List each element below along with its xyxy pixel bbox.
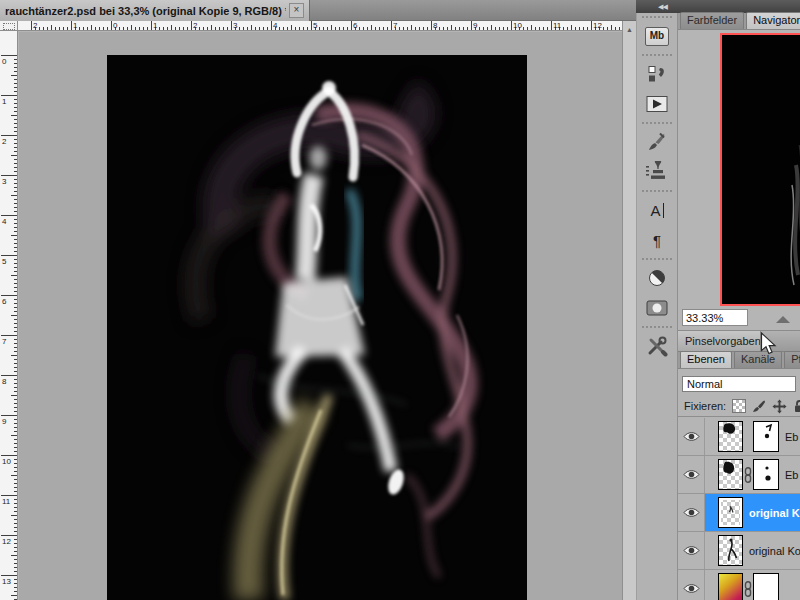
lock-options-row: Fixieren:: [678, 396, 800, 417]
lock-transparency-button[interactable]: [732, 399, 746, 413]
navigator-zoom-slider[interactable]: [776, 316, 790, 323]
clone-source-panel-button[interactable]: [637, 157, 677, 187]
blend-mode-value: Normal: [687, 378, 722, 390]
layer-name: original K: [749, 507, 800, 519]
ruler-origin-box[interactable]: [0, 21, 18, 31]
top-ruler: 210123456789101112: [18, 21, 622, 31]
document-tab[interactable]: rauchtänzer2.psd bei 33,3% (original Kop…: [0, 0, 310, 21]
dock-group-separator: [642, 258, 672, 260]
padlock-icon: [793, 399, 800, 413]
layer-visibility-toggle[interactable]: [678, 570, 705, 600]
eye-icon: [682, 582, 701, 595]
panel-area: Farbfelder Navigator Pinselvorgaben Eben…: [678, 13, 800, 600]
brush-presets-header[interactable]: Pinselvorgaben: [678, 330, 800, 352]
layer-name: original Ko: [749, 545, 800, 557]
tools-icon: [646, 335, 668, 357]
brush-panel-button[interactable]: [637, 127, 677, 157]
lock-brush-icon: [752, 399, 766, 413]
layer-name: Eb: [785, 431, 798, 443]
layer-name: Eb: [785, 469, 798, 481]
mask-link-icon[interactable]: [743, 459, 753, 491]
layer-list: Eb Eb: [678, 418, 800, 600]
lock-label: Fixieren:: [684, 400, 726, 412]
dock-group-separator: [642, 122, 672, 124]
adjustments-panel-button[interactable]: [637, 263, 677, 293]
tool-presets-panel-button[interactable]: [637, 331, 677, 361]
dock-group-separator: [642, 16, 672, 18]
character-icon: A: [650, 202, 663, 219]
paragraph-panel-button[interactable]: ¶: [637, 225, 677, 255]
layer-thumbnail[interactable]: [718, 497, 743, 528]
dock-group-separator: [642, 326, 672, 328]
move-icon: [772, 399, 787, 414]
eye-icon: [682, 506, 701, 519]
layer-comps-panel-button[interactable]: [637, 59, 677, 89]
dock-group-separator: [642, 54, 672, 56]
mini-bridge-panel-button[interactable]: Mb: [637, 21, 677, 51]
navigator-preview[interactable]: [720, 33, 800, 306]
navigator-thumbnail: [722, 35, 800, 304]
blend-mode-select[interactable]: Normal: [682, 376, 796, 392]
actions-panel-button[interactable]: [637, 89, 677, 119]
lock-all-button[interactable]: [793, 399, 800, 413]
dock-group-separator: [642, 190, 672, 192]
adjustments-icon: [647, 268, 667, 288]
play-icon: [645, 94, 669, 114]
lock-pixels-button[interactable]: [752, 399, 766, 413]
character-panel-button[interactable]: A: [637, 195, 677, 225]
brush-icon: [646, 131, 668, 153]
eye-icon: [682, 430, 701, 443]
canvas-pasteboard[interactable]: [19, 32, 622, 600]
mask-icon: [645, 298, 669, 318]
mouse-cursor: [760, 332, 777, 355]
tab-close-button[interactable]: ×: [289, 3, 304, 18]
brush-presets-label: Pinselvorgaben: [685, 335, 761, 347]
ruler-origin-icon: [3, 23, 15, 30]
layer-mask-thumbnail[interactable]: [753, 459, 779, 490]
layer-row[interactable]: original Ko: [678, 532, 800, 570]
mini-bridge-icon: Mb: [645, 27, 669, 46]
layer-comps-icon: [646, 63, 668, 85]
document-tab-bar: rauchtänzer2.psd bei 33,3% (original Kop…: [0, 0, 636, 21]
mask-link-icon[interactable]: [743, 573, 753, 600]
eye-icon: [682, 468, 701, 481]
layer-row-selected[interactable]: original K: [678, 494, 800, 532]
paragraph-icon: ¶: [653, 232, 661, 249]
layer-thumbnail[interactable]: [718, 535, 743, 566]
layer-mask-thumbnail[interactable]: [753, 573, 779, 600]
layers-tab-strip: Ebenen Kanäle Pfade: [678, 352, 800, 369]
vertical-scrollbar[interactable]: ▲: [622, 21, 636, 600]
layer-thumbnail[interactable]: [718, 459, 743, 490]
layer-thumbnail[interactable]: [718, 573, 743, 600]
collapse-panels-icon[interactable]: ◀◀: [658, 2, 667, 11]
layer-visibility-toggle[interactable]: [678, 532, 705, 569]
left-ruler: 012345678910111213: [0, 31, 18, 600]
smoke-dancer-artwork: [107, 55, 527, 600]
masks-panel-button[interactable]: [637, 293, 677, 323]
tab-farbfelder[interactable]: Farbfelder: [680, 12, 744, 29]
tab-pfade[interactable]: Pfade: [784, 351, 800, 368]
navigator-zoom-input[interactable]: [682, 309, 748, 326]
layer-visibility-toggle[interactable]: [678, 494, 705, 531]
tab-ebenen[interactable]: Ebenen: [680, 351, 732, 368]
layer-visibility-toggle[interactable]: [678, 418, 705, 455]
layer-row[interactable]: [678, 570, 800, 600]
eye-icon: [682, 544, 701, 557]
panel-icon-dock: Mb A ¶: [636, 13, 678, 600]
layer-thumbnail[interactable]: [718, 421, 743, 452]
lock-transparency-icon: [732, 399, 746, 413]
layer-row[interactable]: Eb: [678, 456, 800, 494]
blend-mode-row: Normal: [678, 374, 800, 394]
document-title: rauchtänzer2.psd bei 33,3% (original Kop…: [5, 5, 286, 17]
stamp-icon: [645, 161, 669, 183]
lock-position-button[interactable]: [772, 399, 787, 414]
navigator-tab-strip: Farbfelder Navigator: [678, 13, 800, 30]
layer-visibility-toggle[interactable]: [678, 456, 705, 493]
scroll-up-icon[interactable]: ▲: [623, 26, 636, 33]
document-canvas[interactable]: [107, 55, 527, 600]
tab-navigator[interactable]: Navigator: [746, 12, 800, 29]
layer-row[interactable]: Eb: [678, 418, 800, 456]
layer-mask-thumbnail[interactable]: [753, 421, 779, 452]
photoshop-window: rauchtänzer2.psd bei 33,3% (original Kop…: [0, 0, 800, 600]
